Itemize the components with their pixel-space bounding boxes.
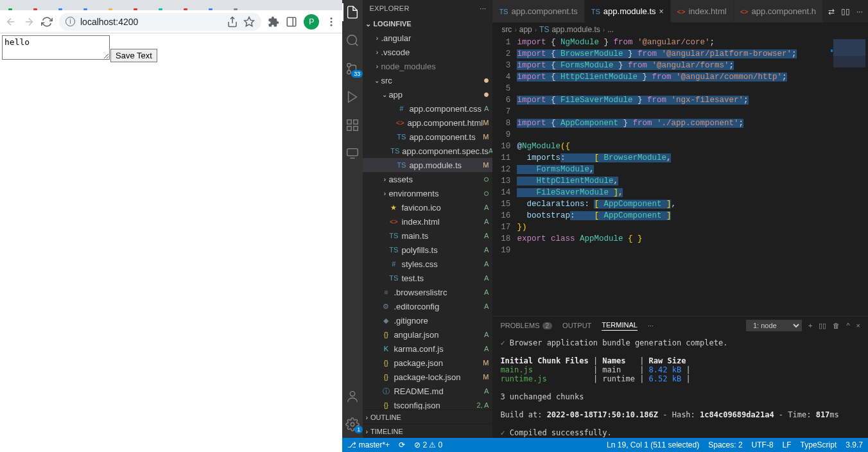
terminal-output[interactable]: ✓ Browser application bundle generation … [492,335,868,438]
file-item[interactable]: TSapp.module.tsM [363,158,492,172]
folder-item[interactable]: ›.angular [363,31,492,45]
browser-menu-icon[interactable] [326,16,337,28]
file-item[interactable]: #styles.cssA [363,257,492,271]
svg-point-7 [347,64,351,67]
file-item[interactable]: ≡.browserslistrcA [363,285,492,299]
code-lines[interactable]: import { NgModule } from '@angular/core'… [517,37,831,316]
file-item[interactable]: #app.component.cssA [363,101,492,116]
breadcrumb[interactable]: src›app›TS app.module.ts›... [492,22,868,37]
panel-tabbar: PROBLEMS2 OUTPUT TERMINAL ··· 1: node + … [492,317,868,335]
search-icon[interactable] [345,33,360,48]
split-terminal-icon[interactable]: ▯▯ [819,322,826,330]
folder-item[interactable]: ›assets [363,172,492,186]
file-item[interactable]: TSapp.component.tsM [363,130,492,144]
file-item[interactable]: {}angular.jsonA [363,327,492,342]
folder-item[interactable]: ›node_modules [363,59,492,73]
folder-item[interactable]: ⌄app [363,87,492,101]
outline-header[interactable]: ›OUTLINE [363,410,492,424]
settings-icon[interactable]: 1 [345,417,360,431]
eol-status[interactable]: LF [783,440,792,449]
folder-item[interactable]: ›environments [363,186,492,200]
terminal-tab[interactable]: TERMINAL [602,321,638,331]
close-icon[interactable]: × [659,7,664,16]
project-header[interactable]: ⌄ LOGINFIVE [363,17,492,31]
browser-window: i localhost:4200 P helloSave Text [0,0,342,452]
debug-icon[interactable] [345,90,360,104]
file-item[interactable]: <>app.component.htmlM [363,116,492,130]
explorer-sidebar: EXPLORER ··· ⌄ LOGINFIVE ›.angular›.vsco… [363,0,492,438]
sync-icon[interactable]: ⟳ [399,440,405,449]
svg-point-17 [351,392,355,396]
file-item[interactable]: TSpolyfills.tsA [363,243,492,257]
terminal-selector[interactable]: 1: node [746,320,802,331]
bottom-panel: PROBLEMS2 OUTPUT TERMINAL ··· 1: node + … [492,316,868,438]
file-tree[interactable]: ›.angular›.vscode›node_modules⌄src⌄app #… [363,31,492,410]
remote-icon[interactable] [345,146,360,161]
minimap[interactable] [831,37,868,316]
source-control-icon[interactable]: 33 [345,62,360,76]
file-item[interactable]: <>index.htmlA [363,214,492,229]
sidepanel-icon[interactable] [286,16,297,28]
extensions-icon[interactable] [268,16,279,28]
more-icon[interactable]: ··· [856,7,863,16]
more-icon[interactable]: ··· [480,4,486,12]
encoding-status[interactable]: UTF-8 [752,440,774,449]
profile-avatar[interactable]: P [304,14,319,30]
output-tab[interactable]: OUTPUT [562,322,591,329]
code-editor[interactable]: 12345678910111213141516171819 import { N… [492,37,831,316]
svg-rect-13 [347,126,351,130]
new-terminal-icon[interactable]: + [808,322,812,329]
file-item[interactable]: TSmain.tsA [363,229,492,243]
file-item[interactable]: ⚙.editorconfigA [363,299,492,313]
extensions-panel-icon[interactable] [345,118,360,132]
forward-icon[interactable] [23,16,35,28]
editor-tab[interactable]: TSapp.component.ts [492,0,584,22]
explorer-header: EXPLORER ··· [363,0,492,17]
file-item[interactable]: ★favicon.icoA [363,200,492,214]
svg-rect-15 [347,149,358,156]
text-input[interactable]: hello [2,35,110,60]
maximize-icon[interactable]: ^ [846,322,849,329]
file-item[interactable]: ⓘREADME.mdA [363,384,492,398]
file-item[interactable]: {}tsconfig.json2, A [363,398,492,410]
branch-status[interactable]: ⎇ master*+ [347,440,390,449]
close-panel-icon[interactable]: × [856,322,860,329]
compare-icon[interactable]: ⇄ [828,7,835,16]
svg-rect-11 [347,120,351,124]
problems-tab[interactable]: PROBLEMS2 [500,322,552,329]
editor-tab[interactable]: <>app.component.h [734,0,823,22]
svg-point-5 [331,24,333,26]
browser-toolbar: i localhost:4200 P [0,10,342,33]
share-icon[interactable] [227,16,238,28]
file-item[interactable]: TStest.tsA [363,271,492,285]
account-icon[interactable] [345,389,360,403]
cursor-position[interactable]: Ln 19, Col 1 (511 selected) [607,440,699,449]
file-item[interactable]: ◆.gitignore [363,313,492,327]
site-info-icon[interactable]: i [65,17,75,26]
kill-terminal-icon[interactable]: 🗑 [833,322,840,329]
explorer-title: EXPLORER [369,4,409,12]
timeline-header[interactable]: ›TIMELINE [363,424,492,438]
split-editor-icon[interactable]: ▯▯ [841,7,850,16]
file-item[interactable]: {}package.jsonM [363,356,492,370]
bookmark-icon[interactable] [243,16,255,28]
problems-status[interactable]: ⊘ 2 ⚠ 0 [414,440,442,449]
ts-version[interactable]: 3.9.7 [846,440,863,449]
file-item[interactable]: Kkarma.conf.jsA [363,342,492,356]
back-icon[interactable] [5,16,17,28]
file-item[interactable]: {}package-lock.jsonM [363,370,492,384]
explorer-icon[interactable] [345,5,360,19]
indent-status[interactable]: Spaces: 2 [708,440,742,449]
svg-point-9 [347,71,351,74]
editor-tab[interactable]: <>index.html [671,0,734,22]
more-icon[interactable]: ··· [648,322,654,329]
svg-marker-0 [245,17,254,26]
language-status[interactable]: TypeScript [801,440,837,449]
folder-item[interactable]: ›.vscode [363,45,492,59]
editor-tab[interactable]: TSapp.module.ts× [585,0,671,22]
folder-item[interactable]: ⌄src [363,73,492,87]
file-item[interactable]: TSapp.component.spec.tsA [363,144,492,158]
reload-icon[interactable] [41,16,53,28]
save-text-button[interactable]: Save Text [110,49,157,62]
address-bar[interactable]: i localhost:4200 [59,13,261,31]
